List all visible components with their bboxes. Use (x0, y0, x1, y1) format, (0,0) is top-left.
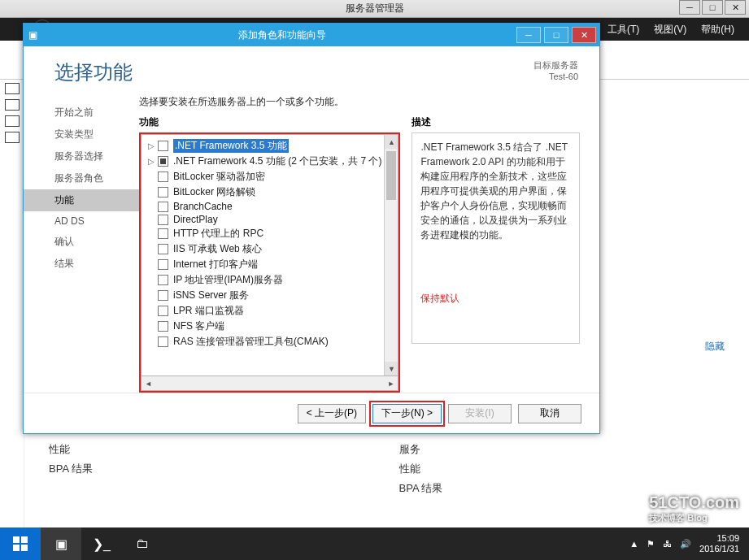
rail-tile-icon[interactable] (5, 83, 20, 94)
feature-checkbox[interactable] (158, 156, 168, 167)
feature-checkbox[interactable] (158, 321, 168, 332)
feature-label: HTTP 代理上的 RPC (173, 227, 263, 241)
tray-network-icon[interactable]: 🖧 (663, 539, 672, 549)
wizard-close-button[interactable]: ✕ (572, 27, 596, 43)
rail-tile-icon[interactable] (5, 115, 20, 127)
wizard-nav-item[interactable]: 确认 (24, 231, 139, 253)
feature-item[interactable]: IIS 可承载 Web 核心 (145, 241, 383, 257)
watermark-sub: 技术博客 Blog (649, 512, 739, 524)
features-label: 功能 (139, 115, 400, 129)
feature-checkbox[interactable] (158, 290, 168, 301)
feature-item[interactable]: HTTP 代理上的 RPC (145, 226, 383, 241)
scroll-left-icon[interactable]: ◄ (142, 380, 155, 388)
feature-checkbox[interactable] (158, 275, 168, 285)
taskbar-explorer-button[interactable]: 🗀 (122, 527, 163, 560)
parent-close-button[interactable]: ✕ (725, 0, 746, 15)
taskbar-powershell-button[interactable]: ❯_ (81, 527, 122, 560)
parent-titlebar: 服务器管理器 ─ □ ✕ (0, 0, 749, 18)
feature-checkbox[interactable] (158, 215, 168, 225)
features-list[interactable]: ▷.NET Framework 3.5 功能▷.NET Framework 4.… (141, 134, 398, 376)
scroll-right-icon[interactable]: ► (384, 380, 398, 388)
dash-item: 服务 (399, 442, 725, 457)
wizard-nav-item[interactable]: 安装类型 (24, 124, 139, 145)
add-roles-wizard-dialog: ▣ 添加角色和功能向导 ─ □ ✕ 选择功能 目标服务器 Test-60 开始之… (23, 23, 600, 434)
feature-checkbox[interactable] (158, 187, 168, 198)
system-tray: ▲ ⚑ 🖧 🔊 15:09 2016/1/31 (629, 533, 749, 554)
parent-maximize-button[interactable]: □ (702, 0, 723, 15)
wizard-nav-item[interactable]: 功能 (24, 189, 139, 211)
wizard-nav-item[interactable]: 服务器选择 (24, 145, 139, 167)
dash-item: 性能 (49, 442, 375, 457)
wizard-heading: 选择功能 (54, 59, 133, 85)
taskbar-server-manager-button[interactable]: ▣ (41, 527, 81, 560)
feature-checkbox[interactable] (158, 259, 168, 270)
feature-item[interactable]: NFS 客户端 (145, 319, 383, 334)
target-server-value: Test-60 (533, 72, 578, 81)
features-box-highlight: ▷.NET Framework 3.5 功能▷.NET Framework 4.… (139, 132, 400, 393)
wizard-title: 添加角色和功能向导 (48, 28, 516, 42)
expand-icon[interactable]: ▷ (146, 157, 156, 166)
feature-label: IP 地址管理(IPAM)服务器 (173, 273, 283, 287)
feature-checkbox[interactable] (158, 141, 168, 151)
next-button[interactable]: 下一步(N) > (372, 404, 442, 423)
feature-label: NFS 客户端 (173, 319, 224, 333)
scroll-down-icon[interactable]: ▼ (385, 362, 398, 376)
previous-button[interactable]: < 上一步(P) (298, 404, 366, 423)
feature-item[interactable]: BitLocker 驱动器加密 (145, 169, 383, 184)
feature-label: BranchCache (173, 201, 233, 212)
rail-tile-icon[interactable] (5, 132, 20, 143)
taskbar-date: 2016/1/31 (699, 544, 739, 554)
wizard-header: 选择功能 目标服务器 Test-60 (24, 46, 599, 90)
taskbar-time: 15:09 (699, 533, 739, 544)
wizard-titlebar[interactable]: ▣ 添加角色和功能向导 ─ □ ✕ (24, 24, 599, 46)
wizard-nav-item[interactable]: 结果 (24, 253, 139, 275)
tray-flag-icon[interactable]: ⚑ (647, 539, 655, 549)
parent-title: 服务器管理器 (346, 2, 404, 15)
taskbar: ▣ ❯_ 🗀 ▲ ⚑ 🖧 🔊 15:09 2016/1/31 (0, 527, 749, 560)
menu-tools[interactable]: 工具(T) (607, 23, 639, 37)
feature-item[interactable]: BitLocker 网络解锁 (145, 184, 383, 200)
feature-item[interactable]: ▷.NET Framework 4.5 功能 (2 个已安装，共 7 个) (145, 154, 383, 169)
scroll-up-icon[interactable]: ▲ (385, 135, 398, 149)
cancel-button[interactable]: 取消 (518, 404, 581, 423)
menu-view[interactable]: 视图(V) (654, 23, 686, 37)
taskbar-clock[interactable]: 15:09 2016/1/31 (699, 533, 739, 554)
feature-label: BitLocker 驱动器加密 (173, 170, 265, 184)
wizard-maximize-button[interactable]: □ (544, 27, 568, 43)
wizard-nav-item[interactable]: 开始之前 (24, 102, 139, 124)
description-label: 描述 (412, 115, 580, 129)
feature-checkbox[interactable] (158, 171, 168, 182)
expand-icon[interactable]: ▷ (146, 141, 156, 150)
feature-item[interactable]: DirectPlay (145, 213, 383, 226)
feature-item[interactable]: ▷.NET Framework 3.5 功能 (145, 138, 383, 154)
feature-item[interactable]: iSNS Server 服务 (145, 288, 383, 303)
horizontal-scrollbar[interactable]: ◄ ► (141, 376, 398, 391)
parent-minimize-button[interactable]: ─ (679, 0, 700, 15)
feature-checkbox[interactable] (158, 306, 168, 316)
menu-help[interactable]: 帮助(H) (701, 23, 734, 37)
feature-label: DirectPlay (173, 214, 218, 225)
feature-checkbox[interactable] (158, 336, 168, 347)
rail-tile-icon[interactable] (5, 99, 20, 111)
feature-label: Internet 打印客户端 (173, 258, 258, 271)
start-button[interactable] (0, 527, 41, 560)
feature-checkbox[interactable] (158, 202, 168, 212)
feature-item[interactable]: IP 地址管理(IPAM)服务器 (145, 272, 383, 288)
feature-checkbox[interactable] (158, 228, 168, 239)
hide-link[interactable]: 隐藏 (705, 340, 725, 354)
scroll-thumb[interactable] (386, 151, 396, 200)
wizard-minimize-button[interactable]: ─ (516, 27, 541, 43)
feature-item[interactable]: LPR 端口监视器 (145, 303, 383, 319)
feature-item[interactable]: BranchCache (145, 200, 383, 213)
wizard-nav-item[interactable]: AD DS (24, 211, 139, 231)
tray-volume-icon[interactable]: 🔊 (680, 539, 691, 549)
feature-item[interactable]: Internet 打印客户端 (145, 257, 383, 272)
target-server-label: 目标服务器 (533, 59, 578, 72)
wizard-nav-item[interactable]: 服务器角色 (24, 167, 139, 189)
tray-up-icon[interactable]: ▲ (629, 539, 638, 549)
dash-item: 性能 (399, 462, 725, 476)
feature-checkbox[interactable] (158, 244, 168, 254)
feature-label: IIS 可承载 Web 核心 (173, 242, 262, 256)
vertical-scrollbar[interactable]: ▲ ▼ (384, 135, 398, 376)
feature-item[interactable]: RAS 连接管理器管理工具包(CMAK) (145, 334, 383, 349)
